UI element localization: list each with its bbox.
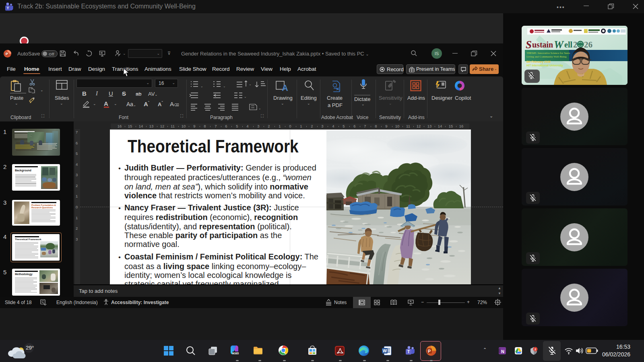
svg-text:⌄: ⌄ [249,82,252,86]
svg-text:29°: 29° [26,345,34,351]
svg-text:⌄: ⌄ [223,84,226,88]
svg-text:W: W [383,348,387,353]
svg-text:⌄: ⌄ [200,84,203,88]
svg-text:2: 2 [535,348,536,351]
svg-text:Living and Community Well-Bein: Living and Community Well-Being [526,55,567,58]
svg-text:ustain: ustain [532,40,553,49]
svg-text:26: 26 [584,40,592,49]
svg-text:P: P [6,51,8,56]
svg-text:M365: M365 [232,352,239,355]
svg-text:ell: ell [564,40,572,49]
svg-text:HIT International University: HIT International University [526,64,563,67]
svg-text:⌄: ⌄ [244,95,247,99]
svg-text:N: N [501,349,504,354]
svg-text:THEME: Innovative Science for: THEME: Innovative Science for Susta [526,51,570,55]
svg-text:A: A [282,83,288,93]
svg-text:P: P [428,349,431,354]
svg-text:S: S [526,39,532,51]
svg-text:T: T [407,350,410,354]
svg-text:T: T [7,6,9,10]
svg-text:8th February 2026: 8th February 2026 [526,60,551,64]
svg-text:⌄: ⌄ [258,107,261,110]
svg-text:2: 2 [573,40,578,49]
svg-text:W: W [554,39,564,51]
